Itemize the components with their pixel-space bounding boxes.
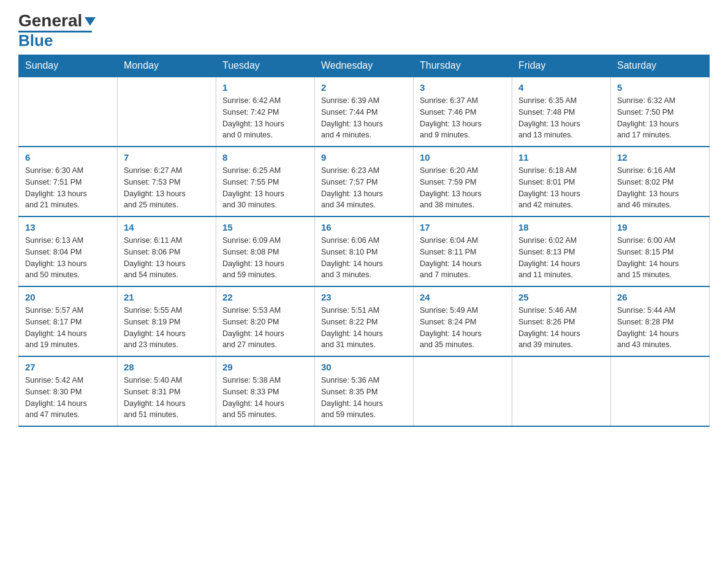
- calendar-cell: 26Sunrise: 5:44 AM Sunset: 8:28 PM Dayli…: [611, 286, 710, 356]
- day-info: Sunrise: 6:00 AM Sunset: 8:15 PM Dayligh…: [617, 235, 703, 281]
- calendar-cell: [118, 77, 216, 147]
- day-info: Sunrise: 5:46 AM Sunset: 8:26 PM Dayligh…: [518, 305, 604, 351]
- calendar-cell: 14Sunrise: 6:11 AM Sunset: 8:06 PM Dayli…: [118, 216, 216, 286]
- calendar-cell: 1Sunrise: 6:42 AM Sunset: 7:42 PM Daylig…: [216, 77, 315, 147]
- calendar-week-row: 13Sunrise: 6:13 AM Sunset: 8:04 PM Dayli…: [19, 216, 710, 286]
- calendar-cell: 27Sunrise: 5:42 AM Sunset: 8:30 PM Dayli…: [19, 356, 118, 426]
- calendar-cell: 23Sunrise: 5:51 AM Sunset: 8:22 PM Dayli…: [315, 286, 414, 356]
- calendar-table: SundayMondayTuesdayWednesdayThursdayFrid…: [18, 55, 710, 427]
- calendar-cell: 20Sunrise: 5:57 AM Sunset: 8:17 PM Dayli…: [19, 286, 118, 356]
- day-number: 24: [420, 292, 506, 302]
- day-info: Sunrise: 6:13 AM Sunset: 8:04 PM Dayligh…: [25, 235, 111, 281]
- day-info: Sunrise: 6:39 AM Sunset: 7:44 PM Dayligh…: [321, 95, 407, 141]
- day-info: Sunrise: 5:55 AM Sunset: 8:19 PM Dayligh…: [124, 305, 210, 351]
- day-number: 16: [321, 222, 407, 232]
- day-info: Sunrise: 5:49 AM Sunset: 8:24 PM Dayligh…: [420, 305, 506, 351]
- calendar-cell: [19, 77, 118, 147]
- day-number: 21: [124, 292, 210, 302]
- calendar-week-row: 1Sunrise: 6:42 AM Sunset: 7:42 PM Daylig…: [19, 77, 710, 147]
- calendar-cell: 8Sunrise: 6:25 AM Sunset: 7:55 PM Daylig…: [216, 147, 315, 216]
- calendar-cell: 11Sunrise: 6:18 AM Sunset: 8:01 PM Dayli…: [512, 147, 611, 216]
- calendar-cell: 24Sunrise: 5:49 AM Sunset: 8:24 PM Dayli…: [414, 286, 512, 356]
- day-number: 26: [617, 292, 703, 302]
- day-of-week-header: Thursday: [414, 55, 512, 77]
- calendar-cell: 10Sunrise: 6:20 AM Sunset: 7:59 PM Dayli…: [414, 147, 512, 216]
- day-info: Sunrise: 5:44 AM Sunset: 8:28 PM Dayligh…: [617, 305, 703, 351]
- day-number: 10: [420, 152, 506, 163]
- day-info: Sunrise: 5:51 AM Sunset: 8:22 PM Dayligh…: [321, 305, 407, 351]
- day-of-week-header: Sunday: [19, 55, 118, 77]
- day-number: 19: [617, 222, 703, 232]
- calendar-cell: 15Sunrise: 6:09 AM Sunset: 8:08 PM Dayli…: [216, 216, 315, 286]
- day-info: Sunrise: 6:42 AM Sunset: 7:42 PM Dayligh…: [222, 95, 308, 141]
- calendar-cell: [414, 356, 512, 426]
- day-info: Sunrise: 6:27 AM Sunset: 7:53 PM Dayligh…: [124, 165, 210, 211]
- calendar-week-row: 6Sunrise: 6:30 AM Sunset: 7:51 PM Daylig…: [19, 147, 710, 216]
- calendar-cell: 16Sunrise: 6:06 AM Sunset: 8:10 PM Dayli…: [315, 216, 414, 286]
- day-number: 5: [617, 82, 703, 93]
- day-info: Sunrise: 6:23 AM Sunset: 7:57 PM Dayligh…: [321, 165, 407, 211]
- day-number: 3: [420, 82, 506, 93]
- day-number: 22: [222, 292, 308, 302]
- calendar-cell: 25Sunrise: 5:46 AM Sunset: 8:26 PM Dayli…: [512, 286, 611, 356]
- calendar-cell: 4Sunrise: 6:35 AM Sunset: 7:48 PM Daylig…: [512, 77, 611, 147]
- page-header: General Blue: [18, 12, 710, 48]
- day-info: Sunrise: 6:20 AM Sunset: 7:59 PM Dayligh…: [420, 165, 506, 211]
- calendar-cell: [611, 356, 710, 426]
- day-info: Sunrise: 5:36 AM Sunset: 8:35 PM Dayligh…: [321, 375, 407, 421]
- day-of-week-header: Tuesday: [216, 55, 315, 77]
- day-info: Sunrise: 6:11 AM Sunset: 8:06 PM Dayligh…: [124, 235, 210, 281]
- calendar-cell: 18Sunrise: 6:02 AM Sunset: 8:13 PM Dayli…: [512, 216, 611, 286]
- calendar-cell: 13Sunrise: 6:13 AM Sunset: 8:04 PM Dayli…: [19, 216, 118, 286]
- calendar-cell: 5Sunrise: 6:32 AM Sunset: 7:50 PM Daylig…: [611, 77, 710, 147]
- calendar-cell: 12Sunrise: 6:16 AM Sunset: 8:02 PM Dayli…: [611, 147, 710, 216]
- day-info: Sunrise: 5:53 AM Sunset: 8:20 PM Dayligh…: [222, 305, 308, 351]
- day-info: Sunrise: 6:18 AM Sunset: 8:01 PM Dayligh…: [518, 165, 604, 211]
- logo-text-blue: Blue: [18, 33, 53, 48]
- calendar-cell: 30Sunrise: 5:36 AM Sunset: 8:35 PM Dayli…: [315, 356, 414, 426]
- day-info: Sunrise: 5:57 AM Sunset: 8:17 PM Dayligh…: [25, 305, 111, 351]
- day-of-week-header: Friday: [512, 55, 611, 77]
- day-of-week-header: Saturday: [611, 55, 710, 77]
- calendar-cell: 22Sunrise: 5:53 AM Sunset: 8:20 PM Dayli…: [216, 286, 315, 356]
- day-number: 18: [518, 222, 604, 232]
- day-number: 13: [25, 222, 111, 232]
- day-number: 6: [25, 152, 111, 163]
- calendar-cell: 21Sunrise: 5:55 AM Sunset: 8:19 PM Dayli…: [118, 286, 216, 356]
- day-info: Sunrise: 6:35 AM Sunset: 7:48 PM Dayligh…: [518, 95, 604, 141]
- calendar-cell: 3Sunrise: 6:37 AM Sunset: 7:46 PM Daylig…: [414, 77, 512, 147]
- day-number: 11: [518, 152, 604, 163]
- day-number: 14: [124, 222, 210, 232]
- day-info: Sunrise: 6:06 AM Sunset: 8:10 PM Dayligh…: [321, 235, 407, 281]
- calendar-week-row: 27Sunrise: 5:42 AM Sunset: 8:30 PM Dayli…: [19, 356, 710, 426]
- day-number: 9: [321, 152, 407, 163]
- day-number: 25: [518, 292, 604, 302]
- day-number: 17: [420, 222, 506, 232]
- day-info: Sunrise: 5:38 AM Sunset: 8:33 PM Dayligh…: [222, 375, 308, 421]
- day-number: 7: [124, 152, 210, 163]
- day-number: 29: [222, 362, 308, 372]
- calendar-cell: 9Sunrise: 6:23 AM Sunset: 7:57 PM Daylig…: [315, 147, 414, 216]
- day-info: Sunrise: 6:37 AM Sunset: 7:46 PM Dayligh…: [420, 95, 506, 141]
- day-number: 8: [222, 152, 308, 163]
- logo: General Blue: [18, 12, 97, 48]
- day-info: Sunrise: 6:16 AM Sunset: 8:02 PM Dayligh…: [617, 165, 703, 211]
- day-info: Sunrise: 6:30 AM Sunset: 7:51 PM Dayligh…: [25, 165, 111, 211]
- calendar-cell: 6Sunrise: 6:30 AM Sunset: 7:51 PM Daylig…: [19, 147, 118, 216]
- svg-marker-0: [85, 17, 96, 26]
- calendar-cell: 2Sunrise: 6:39 AM Sunset: 7:44 PM Daylig…: [315, 77, 414, 147]
- day-info: Sunrise: 5:40 AM Sunset: 8:31 PM Dayligh…: [124, 375, 210, 421]
- logo-triangle-icon: [83, 15, 97, 28]
- day-number: 2: [321, 82, 407, 93]
- day-info: Sunrise: 6:09 AM Sunset: 8:08 PM Dayligh…: [222, 235, 308, 281]
- day-number: 23: [321, 292, 407, 302]
- calendar-header-row: SundayMondayTuesdayWednesdayThursdayFrid…: [19, 55, 710, 77]
- day-info: Sunrise: 6:04 AM Sunset: 8:11 PM Dayligh…: [420, 235, 506, 281]
- day-info: Sunrise: 6:02 AM Sunset: 8:13 PM Dayligh…: [518, 235, 604, 281]
- day-number: 30: [321, 362, 407, 372]
- day-info: Sunrise: 6:25 AM Sunset: 7:55 PM Dayligh…: [222, 165, 308, 211]
- day-number: 20: [25, 292, 111, 302]
- logo-text-main: General: [18, 12, 82, 29]
- day-info: Sunrise: 5:42 AM Sunset: 8:30 PM Dayligh…: [25, 375, 111, 421]
- day-of-week-header: Wednesday: [315, 55, 414, 77]
